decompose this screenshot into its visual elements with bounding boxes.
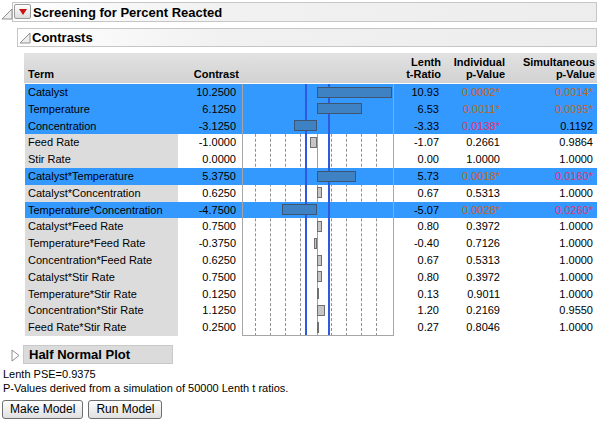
term-cell: Feed Rate*Stir Rate: [28, 319, 177, 336]
contrast-bar[interactable]: [294, 120, 317, 131]
term-cell: Concentration: [28, 118, 177, 135]
contrast-cell: 0.7500: [178, 218, 239, 235]
contrast-bar[interactable]: [317, 288, 319, 299]
lenth-t-ratio-cell: -0.40: [394, 235, 442, 252]
lenth-t-ratio-cell: -5.07: [394, 202, 442, 219]
simultaneous-p-value-cell: 1.0000: [506, 151, 597, 168]
contrast-cell: -0.3750: [178, 235, 239, 252]
simultaneous-p-value-cell: 0.0014*: [506, 84, 597, 101]
contrast-bar[interactable]: [317, 271, 322, 282]
red-triangle-icon: [19, 9, 27, 15]
contrast-bar[interactable]: [317, 187, 322, 198]
disclosure-open-icon[interactable]: [1, 8, 13, 20]
term-cell: Temperature*Stir Rate: [28, 286, 177, 303]
contrast-bar[interactable]: [317, 255, 322, 266]
lenth-t-ratio-cell: 0.67: [394, 185, 442, 202]
lenth-t-ratio-cell: 0.80: [394, 269, 442, 286]
term-cell: Catalyst*Temperature: [28, 168, 177, 185]
contrast-bar[interactable]: [317, 103, 362, 114]
lenth-t-ratio-cell: 0.27: [394, 319, 442, 336]
column-header-simultaneous-p-value: Simultaneous p-Value: [523, 56, 595, 80]
table-row[interactable]: Concentration*Feed Rate0.62500.670.53131…: [25, 252, 597, 269]
lenth-t-ratio-cell: 1.20: [394, 302, 442, 319]
term-cell: Catalyst: [28, 84, 177, 101]
lenth-t-ratio-cell: 0.13: [394, 286, 442, 303]
table-row[interactable]: Catalyst*Feed Rate0.75000.800.39721.0000: [25, 218, 597, 235]
lenth-t-ratio-cell: 10.93: [394, 84, 442, 101]
p-value-simulation-note: P-Values derived from a simulation of 50…: [3, 382, 288, 394]
table-row[interactable]: Temperature6.12506.530.0011*0.0095*: [25, 101, 597, 118]
red-triangle-menu-button[interactable]: [14, 4, 31, 19]
contrast-bar[interactable]: [282, 204, 317, 215]
individual-p-value-cell: 0.2661: [442, 134, 506, 151]
simultaneous-p-value-cell: 1.0000: [506, 252, 597, 269]
individual-p-value-cell: 0.0138*: [442, 118, 506, 135]
simultaneous-p-value-cell: 1.0000: [506, 185, 597, 202]
table-row[interactable]: Feed Rate*Stir Rate0.25000.270.80461.000…: [25, 319, 597, 336]
contrast-bar[interactable]: [314, 238, 317, 249]
contrast-cell: 6.1250: [178, 101, 239, 118]
contrast-cell: 0.1250: [178, 286, 239, 303]
table-row[interactable]: Temperature*Feed Rate-0.3750-0.400.71261…: [25, 235, 597, 252]
table-row[interactable]: Catalyst*Temperature5.37505.730.0018*0.0…: [25, 168, 597, 185]
lenth-t-ratio-cell: 0.00: [394, 151, 442, 168]
individual-p-value-cell: 0.9011: [442, 286, 506, 303]
contrast-cell: -4.7500: [178, 202, 239, 219]
contrast-bar[interactable]: [317, 221, 322, 232]
table-row[interactable]: Temperature*Stir Rate0.12500.130.90111.0…: [25, 286, 597, 303]
half-normal-plot-header[interactable]: Half Normal Plot: [23, 345, 173, 364]
simultaneous-p-value-cell: 1.0000: [506, 269, 597, 286]
contrast-cell: -1.0000: [178, 134, 239, 151]
term-cell: Temperature*Feed Rate: [28, 235, 177, 252]
individual-p-value-cell: 0.3972: [442, 218, 506, 235]
term-cell: Concentration*Stir Rate: [28, 302, 177, 319]
contrast-cell: 5.3750: [178, 168, 239, 185]
contrasts-disclosure-open-icon[interactable]: [19, 32, 31, 44]
contrast-cell: 0.6250: [178, 185, 239, 202]
individual-p-value-cell: 0.7126: [442, 235, 506, 252]
simultaneous-p-value-cell: 0.0095*: [506, 101, 597, 118]
individual-p-value-cell: 0.3972: [442, 269, 506, 286]
contrast-bar[interactable]: [310, 137, 317, 148]
lenth-t-ratio-cell: -1.07: [394, 134, 442, 151]
contrasts-band: [17, 28, 597, 47]
contrast-cell: 0.2500: [178, 319, 239, 336]
individual-p-value-cell: 0.0002*: [442, 84, 506, 101]
table-row[interactable]: Catalyst*Concentration0.62500.670.53131.…: [25, 185, 597, 202]
contrast-cell: 10.2500: [178, 84, 239, 101]
contrast-cell: 0.6250: [178, 252, 239, 269]
lenth-t-ratio-cell: -3.33: [394, 118, 442, 135]
simultaneous-p-value-cell: 0.9864: [506, 134, 597, 151]
simultaneous-p-value-cell: 1.0000: [506, 218, 597, 235]
simultaneous-p-value-cell: 0.0160*: [506, 168, 597, 185]
term-cell: Catalyst*Feed Rate: [28, 218, 177, 235]
column-header-lenth-t-ratio: Lenth t-Ratio: [406, 56, 441, 80]
table-row[interactable]: Catalyst10.250010.930.0002*0.0014*: [25, 84, 597, 101]
table-row[interactable]: Stir Rate0.00000.001.00001.0000: [25, 151, 597, 168]
contrast-bar[interactable]: [317, 322, 319, 333]
simultaneous-p-value-cell: 0.9550: [506, 302, 597, 319]
table-row[interactable]: Catalyst*Stir Rate0.75000.800.39721.0000: [25, 269, 597, 286]
term-cell: Feed Rate: [28, 134, 177, 151]
model-buttons: Make Model Run Model: [2, 400, 162, 419]
lenth-t-ratio-cell: 5.73: [394, 168, 442, 185]
report-title: Screening for Percent Reacted: [33, 5, 222, 20]
column-header-contrast: Contrast: [194, 68, 239, 80]
half-normal-plot-disclosure-closed-icon[interactable]: [10, 349, 20, 362]
contrast-bar[interactable]: [317, 171, 356, 182]
column-header-term: Term: [28, 68, 54, 80]
individual-p-value-cell: 1.0000: [442, 151, 506, 168]
make-model-button[interactable]: Make Model: [2, 400, 83, 419]
lenth-t-ratio-cell: 6.53: [394, 101, 442, 118]
contrasts-table-header: Term Contrast Lenth t-Ratio Individual p…: [24, 53, 597, 83]
term-cell: Temperature: [28, 101, 177, 118]
term-cell: Catalyst*Concentration: [28, 185, 177, 202]
run-model-button[interactable]: Run Model: [88, 400, 162, 419]
column-header-individual-p-value: Individual p-Value: [454, 56, 505, 80]
individual-p-value-cell: 0.0018*: [442, 168, 506, 185]
contrast-bar[interactable]: [317, 87, 392, 98]
contrast-bar[interactable]: [317, 305, 325, 316]
contrast-cell: 0.7500: [178, 269, 239, 286]
table-row[interactable]: Concentration*Stir Rate1.12501.200.21690…: [25, 302, 597, 319]
term-cell: Stir Rate: [28, 151, 177, 168]
